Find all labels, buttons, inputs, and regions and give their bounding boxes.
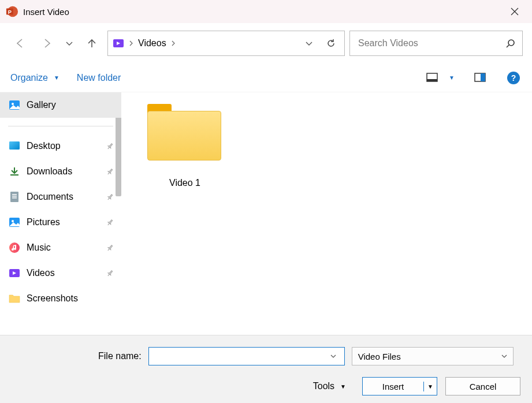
insert-button[interactable]: Insert ▼ — [362, 377, 437, 395]
downloads-icon — [8, 165, 21, 178]
content-area[interactable]: Video 1 — [121, 92, 532, 335]
breadcrumb-folder[interactable]: Videos — [138, 38, 166, 48]
search-icon — [506, 39, 515, 48]
organize-label: Organize — [10, 73, 48, 83]
back-button[interactable] — [9, 32, 31, 54]
new-folder-label: New folder — [77, 73, 121, 83]
svg-point-20 — [9, 242, 20, 253]
sidebar-item-downloads[interactable]: Downloads — [0, 159, 121, 184]
sidebar: Gallery Desktop Downloads — [0, 92, 121, 335]
chevron-down-icon: ▼ — [51, 74, 59, 81]
music-icon — [8, 241, 21, 254]
title-bar: P Insert Video — [0, 0, 532, 23]
gallery-icon — [8, 99, 21, 111]
folder-icon — [8, 292, 21, 305]
view-mode-button[interactable] — [425, 70, 441, 86]
recent-locations-button[interactable] — [62, 32, 76, 54]
svg-point-5 — [508, 40, 514, 46]
preview-pane-button[interactable] — [472, 70, 488, 86]
chevron-down-icon: ▼ — [340, 383, 346, 390]
svg-text:P: P — [8, 9, 12, 15]
sidebar-label: Screenshots — [27, 293, 78, 304]
pin-icon — [106, 168, 113, 176]
sidebar-item-videos[interactable]: Videos — [0, 260, 121, 286]
sidebar-item-desktop[interactable]: Desktop — [0, 133, 121, 159]
file-type-filter[interactable]: Video Files — [352, 347, 514, 365]
sidebar-label: Music — [27, 242, 51, 253]
sidebar-label: Documents — [27, 192, 73, 202]
svg-rect-14 — [10, 192, 18, 202]
sidebar-label: Downloads — [27, 166, 72, 177]
pin-icon — [106, 244, 113, 252]
toolbar: Organize ▼ New folder ▼ ? — [0, 64, 532, 92]
folder-item[interactable]: Video 1 — [139, 104, 231, 188]
up-button[interactable] — [81, 32, 103, 54]
pin-icon — [106, 270, 113, 277]
filename-input[interactable] — [152, 351, 330, 362]
forward-button[interactable] — [36, 32, 58, 54]
view-mode-dropdown[interactable]: ▼ — [447, 74, 455, 81]
documents-icon — [8, 191, 21, 203]
help-icon: ? — [507, 72, 520, 84]
sidebar-label: Gallery — [27, 100, 56, 110]
chevron-right-icon — [129, 40, 133, 46]
filename-label: File name: — [98, 351, 142, 361]
svg-point-19 — [12, 220, 14, 222]
folder-icon — [147, 104, 222, 162]
sidebar-item-gallery[interactable]: Gallery — [0, 92, 121, 118]
chevron-down-icon[interactable] — [330, 354, 341, 359]
organize-button[interactable]: Organize ▼ — [10, 73, 59, 83]
window-title: Insert Video — [23, 7, 69, 17]
svg-rect-7 — [427, 79, 437, 81]
svg-point-11 — [12, 103, 14, 105]
tools-label: Tools — [313, 381, 334, 391]
sidebar-item-music[interactable]: Music — [0, 235, 121, 260]
navigation-bar: Videos — [0, 23, 532, 64]
tools-menu[interactable]: Tools ▼ — [313, 381, 346, 391]
pin-icon — [106, 143, 113, 150]
sidebar-item-pictures[interactable]: Pictures — [0, 210, 121, 235]
pin-icon — [106, 219, 113, 226]
folder-name: Video 1 — [139, 178, 231, 188]
new-folder-button[interactable]: New folder — [77, 73, 121, 83]
filter-label: Video Files — [358, 352, 401, 361]
svg-rect-17 — [12, 197, 17, 199]
sidebar-divider — [8, 126, 113, 126]
svg-rect-16 — [12, 196, 17, 197]
videos-location-icon — [113, 38, 124, 49]
help-button[interactable]: ? — [505, 70, 522, 86]
insert-button-dropdown[interactable]: ▼ — [424, 383, 437, 390]
address-bar[interactable]: Videos — [107, 31, 345, 56]
svg-rect-15 — [12, 194, 17, 195]
cancel-button[interactable]: Cancel — [445, 377, 520, 395]
svg-rect-13 — [9, 141, 20, 150]
sidebar-item-documents[interactable]: Documents — [0, 184, 121, 210]
insert-button-main[interactable]: Insert — [363, 382, 424, 391]
bottom-panel: File name: Video Files Tools ▼ Insert ▼ … — [0, 335, 532, 403]
chevron-down-icon — [501, 354, 507, 359]
body: Gallery Desktop Downloads — [0, 92, 532, 335]
videos-icon — [8, 267, 21, 279]
search-box[interactable] — [349, 31, 523, 56]
refresh-button[interactable] — [322, 38, 340, 48]
search-input[interactable] — [357, 38, 501, 49]
filename-combobox[interactable] — [148, 347, 345, 365]
sidebar-item-screenshots[interactable]: Screenshots — [0, 286, 121, 311]
pictures-icon — [8, 216, 21, 229]
pin-icon — [106, 193, 113, 201]
cancel-label: Cancel — [470, 382, 497, 391]
chevron-right-icon — [171, 40, 176, 46]
sidebar-label: Desktop — [27, 141, 61, 151]
desktop-icon — [8, 140, 21, 152]
svg-rect-9 — [481, 73, 485, 81]
insert-label: Insert — [382, 382, 404, 391]
address-dropdown-button[interactable] — [300, 39, 318, 47]
powerpoint-icon: P — [6, 5, 18, 18]
sidebar-label: Pictures — [27, 217, 60, 227]
close-button[interactable] — [503, 0, 526, 23]
sidebar-label: Videos — [27, 268, 55, 278]
